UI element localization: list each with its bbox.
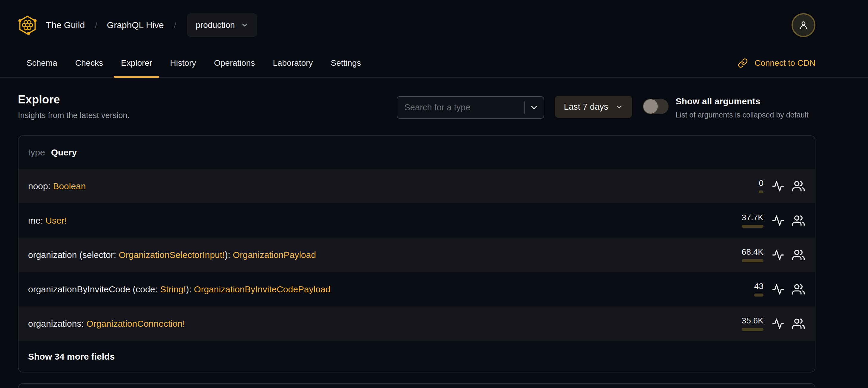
toggle-label-block: Show all arguments List of arguments is … <box>676 96 819 119</box>
field-usage-metric: 43 <box>754 282 764 297</box>
toggle-hint: List of arguments is collapsed by defaul… <box>676 111 819 119</box>
page-title: Explore <box>18 93 130 106</box>
page-subtitle: Insights from the latest version. <box>18 111 130 120</box>
show-more-fields-button[interactable]: Show 34 more fields <box>19 341 815 372</box>
chevron-down-icon <box>529 103 539 112</box>
target-selector-value: production <box>196 20 235 30</box>
page-heading: Explore Insights from the latest version… <box>18 93 130 120</box>
toggle-knob <box>643 99 658 114</box>
hive-honeycomb-icon[interactable] <box>18 16 37 35</box>
tab-settings[interactable]: Settings <box>323 49 368 77</box>
link-icon <box>738 58 748 68</box>
breadcrumb-project[interactable]: GraphQL Hive <box>107 20 164 30</box>
usage-count: 37.7K <box>742 213 764 222</box>
target-selector-dropdown[interactable]: production <box>187 13 257 37</box>
users-icon[interactable] <box>792 179 805 193</box>
type-card-header: type Query <box>19 136 815 169</box>
usage-bar <box>754 294 764 297</box>
field-row: organization (selector: OrganizationSele… <box>19 238 815 272</box>
tab-operations[interactable]: Operations <box>207 49 262 77</box>
tab-checks[interactable]: Checks <box>68 49 110 77</box>
activity-icon[interactable] <box>771 214 785 228</box>
field-usage-metric: 35.6K <box>742 316 764 331</box>
type-search-combobox <box>397 96 544 119</box>
users-icon[interactable] <box>792 317 805 331</box>
tab-laboratory[interactable]: Laboratory <box>266 49 320 77</box>
usage-count: 68.4K <box>742 247 764 257</box>
toggle-title: Show all arguments <box>676 96 819 107</box>
type-link[interactable]: OrganizationSelectorInput! <box>119 250 225 260</box>
field-usage-metric: 0 <box>759 179 764 193</box>
top-bar: The Guild / GraphQL Hive / production Sc… <box>0 0 868 78</box>
usage-bar <box>742 259 764 262</box>
show-all-arguments-toggle[interactable] <box>643 99 669 114</box>
breadcrumb: The Guild / GraphQL Hive / production <box>18 0 815 50</box>
activity-icon[interactable] <box>771 317 785 331</box>
type-link[interactable]: OrganizationByInviteCodePayload <box>194 284 330 294</box>
field-row: noop: Boolean 0 <box>19 169 815 203</box>
chevron-down-icon <box>615 103 623 111</box>
usage-count: 35.6K <box>742 316 764 326</box>
tab-bar: Schema Checks Explorer History Operation… <box>20 49 815 77</box>
usage-bar <box>759 190 764 193</box>
type-link[interactable]: User! <box>45 215 67 226</box>
type-link[interactable]: Boolean <box>53 181 86 191</box>
type-query-card: type Query noop: Boolean 0 me: User! 37.… <box>18 136 815 372</box>
field-row: me: User! 37.7K <box>19 203 815 238</box>
field-row: organizations: OrganizationConnection! 3… <box>19 306 815 341</box>
type-link[interactable]: OrganizationPayload <box>233 250 316 260</box>
field-usage-metric: 68.4K <box>742 247 764 262</box>
user-icon <box>798 20 809 30</box>
activity-icon[interactable] <box>771 248 785 262</box>
breadcrumb-org[interactable]: The Guild <box>46 20 85 30</box>
user-avatar-button[interactable] <box>792 13 815 37</box>
breadcrumb-separator: / <box>95 20 97 30</box>
tab-schema[interactable]: Schema <box>20 49 64 77</box>
connect-to-cdn-label: Connect to CDN <box>754 58 815 68</box>
usage-bar <box>742 225 764 228</box>
usage-count: 0 <box>759 179 764 188</box>
field-usage-metric: 37.7K <box>742 213 764 228</box>
users-icon[interactable] <box>792 248 805 262</box>
chevron-down-icon <box>241 21 249 29</box>
usage-count: 43 <box>754 282 764 291</box>
usage-bar <box>742 328 764 331</box>
connect-to-cdn-link[interactable]: Connect to CDN <box>738 58 815 68</box>
search-input[interactable] <box>397 97 524 118</box>
next-type-card-partial <box>18 383 815 388</box>
field-signature: me: User! <box>28 215 742 226</box>
field-signature: noop: Boolean <box>28 181 759 191</box>
field-row: organizationByInviteCode (code: String!)… <box>19 272 815 306</box>
users-icon[interactable] <box>792 282 805 296</box>
type-link[interactable]: OrganizationConnection! <box>86 319 185 329</box>
tab-history[interactable]: History <box>163 49 203 77</box>
tab-explorer[interactable]: Explorer <box>114 49 159 77</box>
type-kind-label: type <box>28 147 45 157</box>
period-selector-dropdown[interactable]: Last 7 days <box>555 96 632 118</box>
breadcrumb-separator: / <box>174 20 177 30</box>
show-more-fields-label: Show 34 more fields <box>28 352 115 362</box>
search-dropdown-button[interactable] <box>525 103 544 112</box>
activity-icon[interactable] <box>771 179 785 193</box>
type-link[interactable]: String! <box>160 284 186 294</box>
field-signature: organizationByInviteCode (code: String!)… <box>28 284 754 294</box>
users-icon[interactable] <box>792 214 805 228</box>
period-selector-value: Last 7 days <box>564 102 608 112</box>
field-signature: organizations: OrganizationConnection! <box>28 319 742 329</box>
field-signature: organization (selector: OrganizationSele… <box>28 250 742 260</box>
activity-icon[interactable] <box>771 282 785 296</box>
type-name: Query <box>51 147 77 157</box>
